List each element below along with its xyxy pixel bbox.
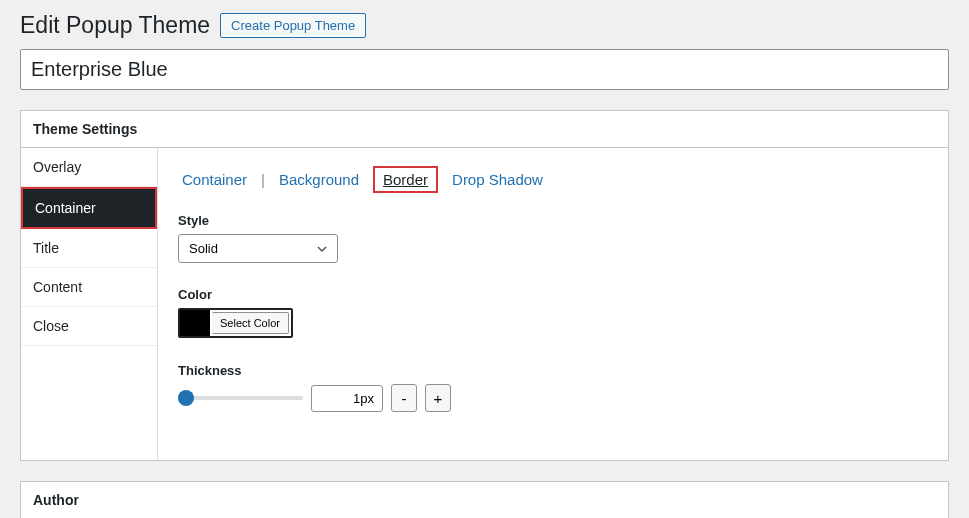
thickness-minus-button[interactable]: - bbox=[391, 384, 417, 412]
settings-sidebar: Overlay Container Title Content Close bbox=[21, 148, 158, 460]
color-swatch[interactable] bbox=[180, 310, 210, 336]
slider-track bbox=[178, 396, 303, 400]
subtab-background[interactable]: Background bbox=[275, 169, 363, 190]
page-title: Edit Popup Theme bbox=[20, 12, 210, 39]
thickness-plus-button[interactable]: + bbox=[425, 384, 451, 412]
theme-name-input[interactable] bbox=[20, 49, 949, 90]
border-style-select[interactable] bbox=[178, 234, 338, 263]
container-subtabs: Container | Background Border Drop Shado… bbox=[178, 166, 928, 193]
create-popup-theme-button[interactable]: Create Popup Theme bbox=[220, 13, 366, 38]
subtab-border[interactable]: Border bbox=[373, 166, 438, 193]
subtab-drop-shadow[interactable]: Drop Shadow bbox=[448, 169, 547, 190]
color-label: Color bbox=[178, 287, 928, 302]
subtab-separator: | bbox=[261, 171, 265, 188]
theme-settings-panel: Theme Settings Overlay Container Title C… bbox=[20, 110, 949, 461]
thickness-label: Thickness bbox=[178, 363, 928, 378]
style-label: Style bbox=[178, 213, 928, 228]
sidebar-item-content[interactable]: Content bbox=[21, 268, 157, 307]
sidebar-item-close[interactable]: Close bbox=[21, 307, 157, 346]
select-color-button[interactable]: Select Color bbox=[212, 312, 289, 334]
author-heading: Author bbox=[21, 482, 948, 518]
thickness-input[interactable] bbox=[311, 385, 383, 412]
slider-thumb[interactable] bbox=[178, 390, 194, 406]
sidebar-item-container[interactable]: Container bbox=[21, 187, 157, 229]
author-panel: Author bbox=[20, 481, 949, 518]
thickness-slider[interactable] bbox=[178, 389, 303, 407]
theme-settings-heading: Theme Settings bbox=[21, 111, 948, 148]
subtab-container[interactable]: Container bbox=[178, 169, 251, 190]
sidebar-item-overlay[interactable]: Overlay bbox=[21, 148, 157, 187]
sidebar-item-title[interactable]: Title bbox=[21, 229, 157, 268]
